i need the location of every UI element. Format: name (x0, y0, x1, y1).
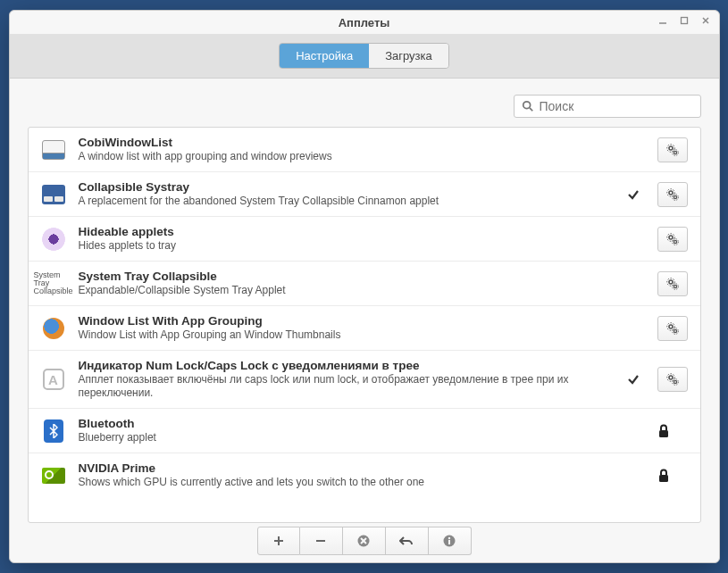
applet-description: Апплет показывает включёны ли caps lock … (79, 373, 615, 400)
undo-button[interactable] (386, 527, 429, 555)
delete-button[interactable] (343, 527, 386, 555)
applet-row[interactable]: CobiWindowListA window list with app gro… (29, 128, 700, 172)
enabled-check-icon (627, 373, 645, 386)
applet-row[interactable]: Collapsible SystrayA replacement for the… (29, 172, 700, 217)
svg-point-8 (674, 151, 676, 154)
window-title: Апплеты (339, 16, 390, 29)
window-list-icon (42, 140, 65, 160)
svg-point-25 (672, 328, 678, 334)
configure-button[interactable] (657, 271, 688, 296)
applet-icon (41, 463, 66, 488)
applet-title: Window List With App Grouping (79, 314, 645, 328)
svg-rect-30 (659, 430, 668, 437)
applets-window: Апплеты Настройка Загрузка (9, 10, 720, 563)
applet-row[interactable]: SystemTrayCollapsibleSystem Tray Collaps… (29, 262, 700, 306)
applet-title: Hideable applets (79, 225, 645, 238)
tabbar: Настройка Загрузка (10, 34, 719, 79)
svg-point-14 (669, 236, 673, 239)
systray-text-icon: SystemTrayCollapsible (33, 271, 72, 295)
svg-point-18 (669, 280, 673, 284)
applet-text: NVIDIA PrimeShows which GPU is currently… (79, 461, 645, 489)
applet-icon (41, 137, 66, 162)
applet-text: CobiWindowListA window list with app gro… (79, 136, 645, 163)
applet-row[interactable]: BluetoothBlueberry applet (29, 409, 700, 453)
enabled-check-icon (627, 188, 645, 201)
svg-point-13 (672, 194, 678, 200)
firefox-icon (43, 318, 64, 339)
svg-point-19 (666, 278, 674, 286)
configure-button[interactable] (657, 227, 688, 252)
svg-point-6 (669, 146, 673, 150)
bottom-toolbar (28, 523, 701, 562)
svg-point-21 (672, 283, 678, 289)
svg-point-28 (674, 380, 676, 383)
svg-point-7 (666, 144, 674, 152)
svg-point-29 (672, 379, 678, 386)
configure-button[interactable] (657, 137, 688, 162)
svg-line-5 (529, 108, 531, 111)
letter-a-icon: A (43, 369, 64, 390)
svg-point-11 (666, 188, 674, 196)
applet-title: System Tray Collapsible (79, 270, 645, 283)
close-button[interactable] (699, 14, 712, 27)
applet-title: CobiWindowList (79, 136, 645, 149)
applet-icon (41, 316, 66, 341)
search-input[interactable] (540, 99, 693, 113)
applet-title: Индикатор Num Lock/Caps Lock с уведомлен… (79, 359, 615, 372)
maximize-button[interactable] (678, 14, 690, 27)
remove-button[interactable] (300, 527, 343, 555)
applet-title: NVIDIA Prime (79, 461, 645, 475)
nvidia-icon (42, 468, 65, 484)
svg-point-4 (523, 102, 530, 109)
applet-list[interactable]: CobiWindowListA window list with app gro… (28, 127, 701, 523)
lock-icon (657, 424, 688, 438)
applet-text: Индикатор Num Lock/Caps Lock с уведомлен… (79, 359, 615, 400)
applet-icon (41, 182, 66, 207)
tab-configure[interactable]: Настройка (280, 44, 369, 68)
titlebar: Апплеты (10, 11, 719, 34)
applet-icon (41, 419, 66, 444)
svg-point-26 (669, 376, 673, 379)
applet-row[interactable]: Window List With App GroupingWindow List… (29, 306, 700, 351)
systray-icon (42, 185, 65, 204)
applet-description: Hides applets to tray (79, 239, 645, 253)
configure-button[interactable] (657, 182, 688, 207)
applet-text: System Tray CollapsibleExpandable/Collap… (79, 270, 645, 297)
applet-text: BluetoothBlueberry applet (79, 417, 645, 444)
applet-row[interactable]: AИндикатор Num Lock/Caps Lock с уведомле… (29, 351, 700, 409)
applet-description: Window List with App Grouping an Window … (79, 328, 645, 342)
svg-point-24 (674, 329, 676, 332)
svg-point-20 (674, 285, 676, 287)
tab-group: Настройка Загрузка (279, 43, 449, 69)
minimize-button[interactable] (657, 14, 669, 27)
svg-point-17 (672, 238, 678, 245)
applet-text: Window List With App GroupingWindow List… (79, 314, 645, 342)
configure-button[interactable] (657, 316, 688, 341)
add-button[interactable] (257, 527, 300, 555)
applet-description: Shows which GPU is currently active and … (79, 476, 645, 489)
configure-button[interactable] (657, 367, 688, 392)
applet-description: Blueberry applet (79, 431, 645, 444)
eye-icon (42, 228, 65, 251)
applet-row[interactable]: Hideable appletsHides applets to tray (29, 217, 700, 262)
svg-rect-40 (448, 540, 450, 544)
applet-row[interactable]: NVIDIA PrimeShows which GPU is currently… (29, 453, 700, 497)
info-button[interactable] (429, 527, 472, 555)
svg-point-9 (672, 149, 678, 155)
svg-rect-31 (659, 475, 668, 482)
tab-download[interactable]: Загрузка (369, 44, 448, 68)
applet-icon: A (41, 367, 66, 392)
svg-point-12 (674, 195, 676, 198)
applet-title: Collapsible Systray (79, 180, 615, 194)
bluetooth-icon (44, 419, 63, 443)
window-controls (657, 14, 712, 27)
applet-icon: SystemTrayCollapsible (41, 271, 66, 296)
search-icon (522, 100, 534, 112)
applet-description: A replacement for the abandoned System T… (79, 195, 615, 208)
svg-point-23 (666, 322, 674, 330)
svg-point-10 (669, 191, 673, 195)
svg-point-39 (448, 537, 450, 539)
svg-point-27 (666, 374, 674, 382)
lock-icon (657, 469, 688, 483)
search-box[interactable] (514, 95, 701, 118)
